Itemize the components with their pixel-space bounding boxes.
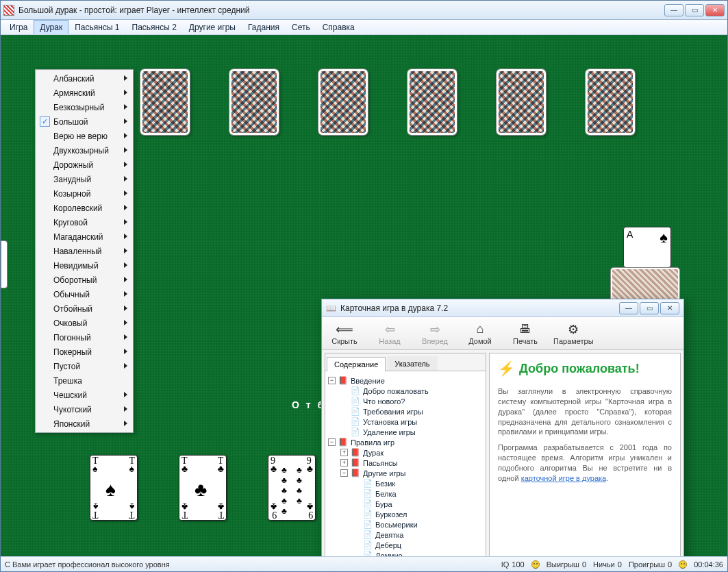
titlebar: Большой дурак - простой: играет Player -… [1,1,727,20]
status-wins: Выигрыш 0 [547,560,586,569]
menu-item[interactable]: Отбойный [37,301,131,316]
smiley-icon [679,560,687,569]
menu-item[interactable]: Козырной [37,186,131,201]
menu-item[interactable]: Албанский [37,71,131,86]
menu-сеть[interactable]: Сеть [286,20,316,34]
menu-item[interactable]: Дорожный [37,158,131,172]
menu-игра[interactable]: Игра [3,20,34,34]
tree-item[interactable]: −📕Правила игр [328,437,483,447]
opponent-card [140,69,190,135]
maximize-button[interactable]: ▭ [685,4,704,16]
tree-item[interactable]: 📄Девятка [328,530,483,540]
help-tool-параметры[interactable]: ⚙Параметры [553,322,594,345]
tree-item[interactable]: 📄Деберц [328,540,483,550]
help-minimize-button[interactable]: — [619,302,638,314]
help-tab[interactable]: Содержание [327,357,386,371]
menu-item[interactable]: Погонный [37,330,131,345]
window-title: Большой дурак - простой: играет Player -… [18,5,660,15]
tree-toggle-icon[interactable]: + [340,459,348,467]
page-icon: 📄 [363,540,373,549]
chevron-right-icon [124,75,127,81]
tree-item[interactable]: 📄Требования игры [328,406,483,416]
menu-дурак[interactable]: Дурак [34,20,68,34]
tree-toggle-icon[interactable]: − [328,438,336,446]
chevron-right-icon [124,248,127,253]
menu-item[interactable]: Покерный [37,345,131,359]
menu-гадания[interactable]: Гадания [242,20,286,34]
menu-item[interactable]: Верю не верю [37,129,131,143]
menu-item[interactable]: Чукотский [37,402,131,416]
tree-item[interactable]: 📄Установка игры [328,416,483,427]
help-link[interactable]: карточной игре в дурака [521,474,607,482]
menu-item[interactable]: ✓Большой [37,114,131,129]
menu-item[interactable]: Безкозырный [37,100,131,114]
help-close-button[interactable]: ✕ [660,302,679,314]
help-tool-домой[interactable]: ⌂Домой [463,322,497,345]
tree-item[interactable]: 📄Восьмерики [328,519,483,530]
menu-item[interactable]: Занудный [37,172,131,186]
tree-item[interactable]: +📕Пасьянсы [328,458,483,468]
menu-item[interactable]: Обычный [37,287,131,301]
menu-пасьянсы 2[interactable]: Пасьянсы 2 [126,20,183,34]
chevron-right-icon [124,190,127,196]
menu-item[interactable]: Японский [37,416,131,431]
chevron-right-icon [124,320,127,325]
tree-toggle-icon[interactable]: − [328,377,336,384]
main-window: Большой дурак - простой: играет Player -… [0,0,728,572]
tree-toggle-icon[interactable]: + [340,449,348,456]
menu-item[interactable]: Магаданский [37,229,131,244]
help-tool-вперед: ⇨Вперед [418,322,452,345]
tree-item[interactable]: 📄Безик [328,478,483,488]
help-window-title: Карточная игра в дурака 7.2 [340,303,615,313]
help-titlebar: 📖 Карточная игра в дурака 7.2 — ▭ ✕ [322,299,683,317]
player-card[interactable]: 9♣9♣9♣9♣♣♣♣♣♣♣♣♣♣ [268,455,316,521]
tree-item[interactable]: −📕Другие игры [328,468,483,478]
trump-rank: A [627,229,633,240]
help-tree: −📕Введение📄Добро пожаловать📄Что нового?📄… [325,371,486,556]
tree-item[interactable]: 📄Домино [328,550,483,556]
player-card[interactable]: Т♣Т♣Т♣Т♣♣ [179,455,227,521]
close-button[interactable]: ✕ [705,4,725,16]
menu-пасьянсы 1[interactable]: Пасьянсы 1 [68,20,125,34]
menu-item[interactable]: Очковый [37,316,131,330]
menu-item[interactable]: Оборотный [37,273,131,287]
menu-item[interactable]: Трешка [37,373,131,388]
help-toolbar: ⟸Скрыть⇦Назад⇨Вперед⌂Домой🖶Печать⚙Параме… [322,317,683,350]
player-card[interactable]: Т♠Т♠Т♠Т♠♠ [90,455,138,521]
tree-item[interactable]: −📕Введение [328,375,483,386]
smiley-icon [531,560,540,569]
minimize-button[interactable]: — [664,4,683,16]
help-tool-скрыть[interactable]: ⟸Скрыть [327,322,362,345]
deck[interactable]: A ♠ [604,227,686,302]
opponent-card [586,69,635,135]
book-icon: 📕 [351,448,360,457]
menu-item[interactable]: Двухкозырный [37,143,131,158]
tree-item[interactable]: 📄Добро пожаловать [328,386,483,396]
tree-toggle-icon[interactable]: − [340,469,348,477]
tree-item[interactable]: 📄Белка [328,488,483,499]
tree-item[interactable]: +📕Дурак [328,447,483,458]
tree-item[interactable]: 📄Бура [328,499,483,509]
menubar: ИграДуракПасьянсы 1Пасьянсы 2Другие игры… [1,20,727,35]
status-time: 00:04:36 [694,560,723,569]
help-icon: 📖 [326,303,336,313]
menu-item[interactable]: Пустой [37,359,131,373]
tree-item[interactable]: 📄Буркозел [328,509,483,519]
chevron-right-icon [124,291,127,297]
menu-item[interactable]: Круговой [37,215,131,229]
menu-item[interactable]: Чешский [37,388,131,402]
help-tool-печать[interactable]: 🖶Печать [508,322,542,345]
chevron-right-icon [124,104,127,110]
menu-item[interactable]: Наваленный [37,244,131,258]
book-icon: 📕 [338,438,348,447]
check-icon: ✓ [40,116,50,127]
menu-item[interactable]: Невидимый [37,258,131,273]
tree-item[interactable]: 📄Что нового? [328,396,483,406]
tree-item[interactable]: 📄Удаление игры [328,427,483,437]
menu-item[interactable]: Королевский [37,201,131,215]
menu-item[interactable]: Армянский [37,86,131,100]
menu-справка[interactable]: Справка [316,20,361,34]
help-maximize-button[interactable]: ▭ [640,302,659,314]
menu-другие игры[interactable]: Другие игры [183,20,242,34]
help-tab[interactable]: Указатель [387,356,437,371]
